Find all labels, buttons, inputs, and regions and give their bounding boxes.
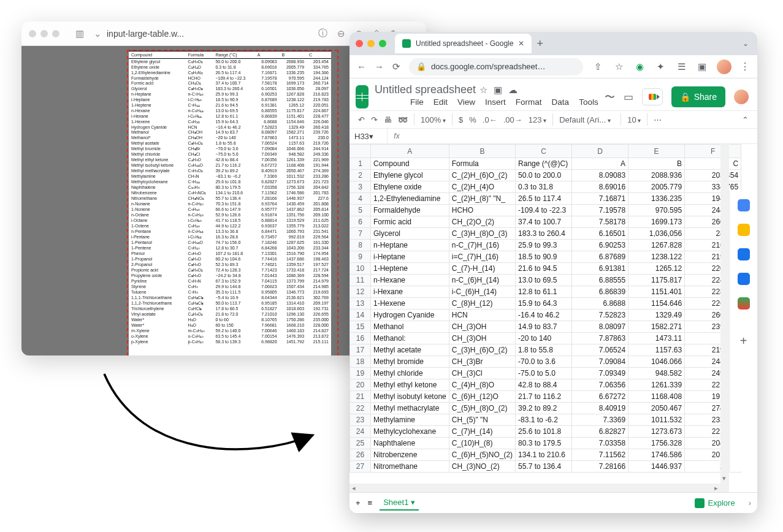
cell[interactable]: CH_(3)NO_(2) bbox=[449, 461, 515, 473]
cell[interactable]: -16.4 to 46.2 bbox=[516, 310, 572, 321]
chevron-down-icon[interactable]: ⌄ bbox=[94, 28, 102, 39]
reading-list-icon[interactable]: ☰ bbox=[675, 61, 687, 73]
cell[interactable]: Methyl chloride bbox=[371, 368, 449, 379]
doc-title[interactable]: Untitled spreadsheet bbox=[375, 83, 476, 96]
row-header[interactable]: 3 bbox=[350, 181, 371, 193]
row-header[interactable]: 27 bbox=[350, 461, 371, 473]
grid-area[interactable]: ABCDEF1CompoundFormulaRange (^(@)C)ABC2E… bbox=[349, 144, 757, 492]
cell[interactable]: Range (^(@)C) bbox=[516, 158, 572, 170]
cell[interactable]: 2050.467 bbox=[628, 403, 685, 414]
cell[interactable]: Hydrogen Cyanide bbox=[371, 310, 449, 321]
cell[interactable]: Methyl acetate bbox=[371, 344, 449, 356]
cell[interactable]: 1154.646 bbox=[628, 298, 685, 310]
col-header[interactable]: C bbox=[516, 145, 572, 158]
cell[interactable]: CH_(5)" "N bbox=[449, 414, 515, 426]
cell[interactable]: 1267.828 bbox=[628, 240, 685, 251]
cell[interactable]: C_(4)H_(8)O bbox=[449, 379, 515, 391]
chrome-menu-icon[interactable]: ⋮ bbox=[740, 61, 750, 72]
row-header[interactable]: 23 bbox=[350, 414, 371, 426]
row-header[interactable]: 21 bbox=[350, 391, 371, 403]
cell[interactable]: 1-Hexene bbox=[371, 298, 449, 310]
row-header[interactable]: 26 bbox=[350, 449, 371, 461]
cell[interactable]: 183.3 to 260.4 bbox=[516, 228, 572, 240]
share-page-icon[interactable]: ⇧ bbox=[592, 61, 604, 73]
cell[interactable]: i=C_(7)H_(16) bbox=[449, 251, 515, 263]
cell[interactable]: 7.09084 bbox=[572, 356, 628, 368]
cell[interactable]: Formic acid bbox=[371, 216, 449, 228]
cell[interactable]: 13.0 to 69.5 bbox=[516, 275, 572, 286]
explore-button[interactable]: Explore bbox=[695, 498, 735, 508]
add-sheet-button[interactable]: + bbox=[356, 498, 361, 507]
row-header[interactable]: 20 bbox=[350, 379, 371, 391]
col-header[interactable]: D bbox=[572, 145, 628, 158]
keep-app-icon[interactable] bbox=[738, 224, 750, 236]
row-header[interactable]: 22 bbox=[350, 403, 371, 414]
cell[interactable]: 1699.173 bbox=[628, 216, 685, 228]
cell[interactable]: 948.582 bbox=[628, 368, 685, 379]
cell[interactable]: 12.8 to 61.1 bbox=[516, 286, 572, 298]
name-box[interactable]: H33 ▾ bbox=[349, 129, 388, 143]
cell[interactable]: 1168.408 bbox=[628, 391, 685, 403]
col-header[interactable]: E bbox=[628, 145, 685, 158]
cell[interactable]: CH_(3)OH bbox=[449, 333, 515, 344]
format-select[interactable]: 123 bbox=[529, 115, 546, 124]
max-dot[interactable] bbox=[379, 40, 386, 47]
cell[interactable]: i-Hexane bbox=[371, 286, 449, 298]
cell[interactable]: Nitromethane bbox=[371, 461, 449, 473]
cell[interactable]: 7.52823 bbox=[572, 310, 628, 321]
row-header[interactable]: 11 bbox=[350, 275, 371, 286]
cell[interactable]: Methanol bbox=[371, 321, 449, 333]
sidebar-icon[interactable]: ▥ bbox=[75, 28, 84, 39]
cell[interactable]: 37.4 to 100.7 bbox=[516, 216, 572, 228]
move-icon[interactable]: ▣ bbox=[494, 85, 502, 96]
cell[interactable]: 1336.235 bbox=[628, 193, 685, 205]
cell[interactable]: 1,036,056 bbox=[628, 228, 685, 240]
back-button[interactable]: ← bbox=[357, 61, 366, 72]
scroll-right-icon[interactable]: ▸ bbox=[714, 484, 718, 492]
cell[interactable]: 1756.328 bbox=[628, 438, 685, 449]
cell[interactable]: 6.82827 bbox=[572, 426, 628, 438]
row-header[interactable]: 18 bbox=[350, 356, 371, 368]
cell[interactable]: C_(2)H_(4)O bbox=[449, 181, 515, 193]
cell[interactable]: 2005.779 bbox=[628, 181, 685, 193]
cell[interactable]: 6.91381 bbox=[572, 263, 628, 275]
reload-button[interactable]: ⟳ bbox=[392, 61, 400, 72]
cell[interactable]: 26.5 to 117.4 bbox=[516, 193, 572, 205]
cell[interactable]: 8.08097 bbox=[572, 321, 628, 333]
cell[interactable]: Formaldehyde bbox=[371, 205, 449, 216]
cell[interactable]: CH_(3)OH bbox=[449, 321, 515, 333]
currency-button[interactable]: $ bbox=[459, 115, 463, 124]
profile-avatar[interactable] bbox=[717, 59, 731, 74]
cell[interactable]: Naphthalene bbox=[371, 438, 449, 449]
cell[interactable]: 21.6 to 94.5 bbox=[516, 263, 572, 275]
cell[interactable]: 2088.936 bbox=[628, 170, 685, 181]
cell[interactable]: C_(7)H_(14) bbox=[449, 426, 515, 438]
address-bar[interactable]: 🔒 docs.google.com/spreadsheet… bbox=[409, 58, 583, 75]
col-header[interactable]: A bbox=[371, 145, 449, 158]
cell[interactable]: -20 to 140 bbox=[516, 333, 572, 344]
paint-format-button[interactable]: ➿ bbox=[398, 115, 408, 124]
cell[interactable]: C_(3)H_(8)O_(3) bbox=[449, 228, 515, 240]
cell[interactable]: 80.3 to 179.5 bbox=[516, 438, 572, 449]
account-avatar[interactable] bbox=[734, 89, 749, 104]
cell[interactable]: 7.19578 bbox=[572, 205, 628, 216]
cell[interactable]: C_(6)H_(5)NO_(2) bbox=[449, 449, 515, 461]
cell[interactable]: 1582.271 bbox=[628, 321, 685, 333]
cell[interactable]: 7.87863 bbox=[572, 333, 628, 344]
row-header[interactable]: 12 bbox=[350, 286, 371, 298]
row-header[interactable]: 17 bbox=[350, 344, 371, 356]
browser-tab[interactable]: Untitled spreadsheet - Google ✕ bbox=[395, 34, 532, 53]
cell[interactable]: 6.67272 bbox=[572, 391, 628, 403]
cell[interactable]: 25.9 to 99.3 bbox=[516, 240, 572, 251]
cell[interactable]: Ethylene glycol bbox=[371, 170, 449, 181]
cell[interactable]: 8.40919 bbox=[572, 403, 628, 414]
menu-edit[interactable]: Edit bbox=[434, 97, 448, 107]
cloud-status-icon[interactable]: ☁ bbox=[508, 85, 518, 96]
row-header[interactable]: 14 bbox=[350, 310, 371, 321]
cell[interactable]: 1,2-Ethylenediamine bbox=[371, 193, 449, 205]
font-size-select[interactable]: 10 bbox=[627, 115, 641, 124]
sheets-logo-icon[interactable] bbox=[356, 85, 369, 108]
horizontal-scrollbar[interactable]: ◂ ▸ bbox=[349, 484, 729, 492]
meet-button[interactable] bbox=[642, 88, 663, 105]
cell[interactable]: C_(7)-H_(14) bbox=[449, 263, 515, 275]
